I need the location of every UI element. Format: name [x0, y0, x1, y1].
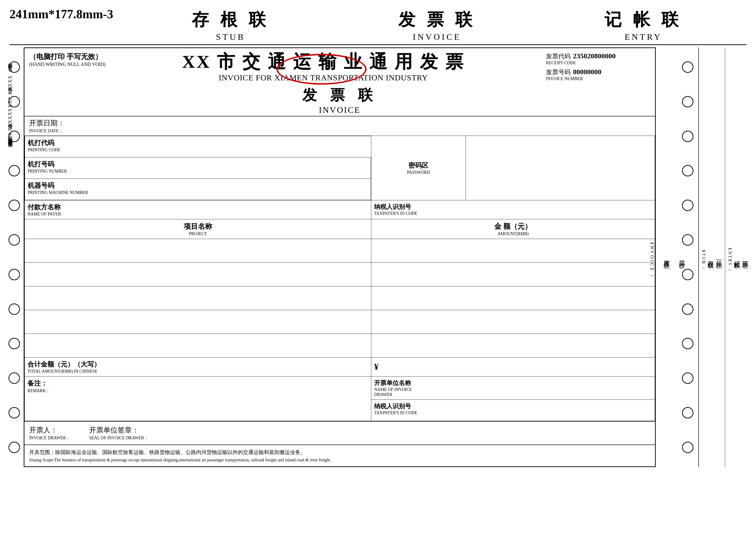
third-invoice-label: 第三联: [741, 256, 749, 259]
print-code-cell: 机打代码 PRINTING CODE: [25, 136, 371, 157]
print-code-row: 机打代码 PRINTING CODE: [25, 136, 371, 157]
taxpayer-id-cell: 纳税人识别号 TAXPAYER'S ID CODE: [371, 200, 655, 219]
circle-right-2: [682, 96, 693, 107]
receipt-code-label-en: RECEIPT CODE: [546, 60, 650, 65]
stamp-circle: [277, 54, 367, 85]
header-sections: 存 根 联 STUB 发 票 联 INVOICE 记 帐 联 ENTRY: [127, 7, 747, 42]
circle-right-6: [682, 234, 693, 246]
drawer-taxpayer-cn: 纳税人识别号: [374, 402, 652, 411]
circle-right-1: [682, 61, 693, 73]
header-section-stub: 存 根 联 STUB: [192, 8, 269, 42]
invoice-section-cn: 发 票 联: [398, 8, 476, 31]
project-row-1: [25, 239, 655, 262]
total-amount-cn: 合计金额（元）（大写）: [27, 360, 368, 369]
handwriting-cn: （电脑打印 手写无效）: [29, 52, 105, 62]
printing-sub-table: 机打代码 PRINTING CODE 机打号码 PRINTING NUMBER: [25, 136, 371, 200]
invoice-type-row: 发 票 联 INVOICE: [24, 84, 655, 116]
circle-left-4: [8, 165, 20, 176]
circle-left-8: [8, 303, 20, 315]
receipt-code-label-cn: 发票代码: [546, 53, 571, 60]
password-cn: 密码区: [371, 161, 466, 170]
amount-en: AMOUNT(RMB): [374, 232, 652, 236]
circle-right-5: [682, 200, 693, 211]
invoice-date-row: 开票日期： INVOICE DATE：: [24, 116, 655, 136]
circles-right: [678, 47, 697, 467]
second-invoice-sub: 发票联: [662, 255, 671, 259]
far-right-labels: 第一联 存根联 （STUB） 第三联 记帐联 （ENTRY）: [698, 47, 751, 467]
project-row-3-amount: [371, 286, 655, 310]
third-invoice-label-col: 第三联 记帐联 （ENTRY）: [725, 47, 751, 467]
project-row-3-name: [25, 286, 371, 310]
circle-left-9: [8, 338, 20, 349]
taxpayer-id-en: TAXPAYER'S ID CODE: [374, 211, 652, 216]
drawer-taxpayer-cell: 纳税人识别号 TAXPAYER'S ID CODE: [371, 400, 655, 421]
invoice-number-row: 发票号码 00000000 INVOICE NUMBER: [546, 68, 650, 81]
drawer-name-en: NAME OF INVOICE DRAWER: [374, 387, 652, 397]
printing-code-cn: 机打代码: [28, 138, 368, 147]
rmb-symbol: ¥: [374, 362, 379, 372]
password-en: PASSWORD: [371, 170, 466, 175]
invoice-date-cn: 开票日期：: [29, 119, 65, 127]
invoice-number-label-en: INVOICE NUMBER: [546, 76, 650, 81]
project-row-4-amount: [371, 310, 655, 334]
printing-row: 机打代码 PRINTING CODE 机打号码 PRINTING NUMBER: [25, 136, 655, 200]
circle-right-7: [682, 269, 693, 280]
size-label: 241mm*177.8mm-3: [9, 7, 113, 21]
print-number-row: 机打号码 PRINTING NUMBER: [25, 157, 371, 179]
third-invoice-sub: 记帐联: [733, 256, 741, 259]
drawer-name-cell: 开票单位名称 NAME OF INVOICE DRAWER: [371, 376, 655, 400]
project-cn: 项目名称: [27, 222, 368, 232]
third-invoice-sub-en: （ENTRY）: [727, 247, 733, 267]
invoice-type-cn: 发 票 联: [24, 85, 655, 105]
total-amount-en: TOTAL AMOUNT(RMB) IN CHINESE: [27, 369, 368, 374]
project-row-2-name: [25, 262, 371, 286]
printing-machine-en: PRINTING MACHINE NUMBER: [28, 190, 368, 195]
circle-right-9: [682, 338, 693, 349]
project-row-5: [25, 334, 655, 357]
circle-right-3: [682, 131, 693, 142]
invoice-date-en: INVOICE DATE：: [29, 128, 65, 134]
printing-number-en: PRINTING NUMBER: [28, 169, 368, 174]
invoice-date-label: 开票日期： INVOICE DATE：: [29, 118, 65, 134]
circle-left-12: [8, 442, 20, 453]
invoice-drawer-block: 开票人： INVOICE DRAWER：: [29, 425, 70, 441]
scope-en: Issuing Scope:The business of transporta…: [29, 457, 650, 463]
taxpayer-id-cn: 纳税人识别号: [374, 203, 652, 211]
total-label-cell: 合计金额（元）（大写） TOTAL AMOUNT(RMB) IN CHINESE: [25, 357, 371, 376]
circle-left-7: [8, 269, 20, 280]
project-row-4-name: [25, 310, 371, 334]
payer-name-cn: 付款方名称: [27, 203, 368, 212]
payer-name-en: NAME OF PAYER: [27, 212, 368, 217]
circle-right-11: [682, 407, 693, 418]
first-invoice-sub-en: （STUB）: [701, 249, 707, 265]
remark-cell: 备注： REMARK：: [25, 376, 371, 421]
circle-right-4: [682, 165, 693, 176]
project-en: PROJECT: [27, 232, 368, 236]
project-row-1-name: [25, 239, 371, 262]
drawer-name-cn: 开票单位名称: [374, 379, 652, 387]
print-number-cell: 机打号码 PRINTING NUMBER: [25, 157, 371, 179]
receipt-code-row: 发票代码 235020800000 RECEIPT CODE: [546, 52, 650, 65]
invoice-header-row: （电脑打印 手写无效） (HAND WRITING NULL AND VOID)…: [24, 48, 655, 84]
circle-left-11: [8, 407, 20, 418]
circle-right-8: [682, 303, 693, 315]
project-row-5-name: [25, 334, 371, 357]
scope-row: 开具范围：除国际海运业运输、国际航空旅客运输、铁路货物运输、公路内河货物运输以外…: [24, 444, 655, 466]
printing-number-cn: 机打号码: [28, 160, 368, 169]
scope-cn: 开具范围：除国际海运业运输、国际航空旅客运输、铁路货物运输、公路内河货物运输以外…: [29, 448, 650, 457]
print-machine-cell: 机器号码 PRINTING MACHINE NUMBER: [25, 179, 371, 200]
circle-left-5: [8, 200, 20, 211]
project-row-1-amount: [371, 239, 655, 262]
invoice-drawer-en: INVOICE DRAWER：: [29, 435, 70, 441]
stub-cn: 存 根 联: [192, 8, 269, 31]
seal-block: 开票单位签章： SEAL OF INVOICE DRAWER：: [89, 425, 148, 441]
invoice-drawer-cn: 开票人：: [29, 426, 58, 434]
print-machine-row: 机器号码 PRINTING MACHINE NUMBER: [25, 179, 371, 200]
circle-right-12: [682, 442, 693, 453]
password-cell: 密码区 PASSWORD: [371, 136, 466, 200]
drawer-taxpayer-en: TAXPAYER'S ID CODE: [374, 411, 652, 415]
left-vertical-text: 闽门市地方税务局监制 闽（2008年）第XXXXXXXXX号（第XXXXX号） …: [7, 71, 13, 151]
entry-en: ENTRY: [605, 32, 682, 42]
printing-code-en: PRINTING CODE: [28, 147, 368, 153]
seal-cn: 开票单位签章：: [89, 426, 139, 434]
